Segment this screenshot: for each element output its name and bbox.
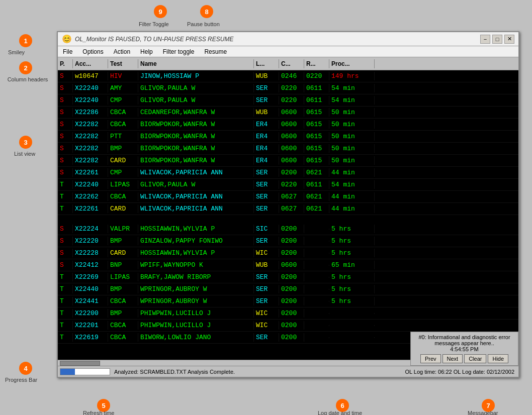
col-header-acc: Acc...	[73, 59, 108, 68]
table-row[interactable]: TX22269LIPASBRAFY,JAWOW RIBORPSER02005 h…	[58, 271, 518, 283]
annotation-label-4: Progress Bar	[5, 377, 37, 383]
table-row[interactable]: TX22200BMPPHIWPWIN,LUCILLO JWIC0200	[58, 307, 518, 320]
table-row[interactable]: SX22282CBCABIORWPOKOR,WANFRA WER40600061…	[58, 119, 518, 131]
clear-button[interactable]: Clear	[464, 354, 486, 363]
table-row[interactable]: SX22261CMPWLIVACOK,PAPRICIA ANNSER020006…	[58, 167, 518, 179]
table-row[interactable]: SX22282CARDBIORWPOKOR,WANFRA WER40600061…	[58, 155, 518, 167]
menubar: File Options Action Help Filter toggle R…	[58, 46, 518, 57]
message-text: #0: Informational and diagnostic error m…	[413, 334, 516, 352]
scroll-thumb[interactable]	[60, 361, 100, 366]
annotation-label-5: Refresh time	[83, 410, 114, 415]
col-header-proc: Proc...	[329, 59, 375, 68]
table-row[interactable]: TX22262CBCAWLIVACOK,PAPRICIA ANNSER06270…	[58, 191, 518, 203]
annotation-8: 8	[200, 5, 213, 18]
table-row[interactable]: SX22224VALPRHOSSIAWWIN,WYLVIA PSIC02005 …	[58, 223, 518, 235]
status-text: Analyzed: SCRAMBLED.TXT Analysis Complet…	[112, 369, 405, 375]
message-buttons: Prev Next Clear Hide	[413, 354, 516, 363]
menu-resume[interactable]: Resume	[202, 47, 229, 56]
annotation-9: 9	[154, 5, 167, 18]
smiley-icon: 😊	[62, 34, 72, 44]
next-button[interactable]: Next	[442, 354, 463, 363]
menu-file[interactable]: File	[61, 47, 74, 56]
annotation-label-7: Messagebar	[468, 410, 498, 415]
table-row[interactable]: SX22220BMPGINZALOW,PAPPY FONIWOSER02005 …	[58, 235, 518, 247]
table-row[interactable]: SX22228CARDHOSSIAWWIN,WYLVIA PWIC02005 h…	[58, 247, 518, 259]
table-row[interactable]: SX22282BMPBIORWPOKOR,WANFRA WER406000615…	[58, 143, 518, 155]
annotation-2: 2	[19, 61, 32, 74]
col-header-test: Test	[108, 59, 138, 68]
table-row[interactable]: Sw10647HIVJINOW,HOSSIAW PWUB02460220149 …	[58, 70, 518, 82]
titlebar-text: OL_Monitor IS PAUSED, TO UN-PAUSE PRESS …	[75, 36, 480, 43]
table-row[interactable]: SX22282PTTBIORWPOKOR,WANFRA WER406000615…	[58, 131, 518, 143]
annotation-label-8: Pause button	[187, 21, 220, 27]
prev-button[interactable]: Prev	[420, 354, 441, 363]
col-header-name: Name	[138, 59, 254, 68]
empty-row	[58, 215, 518, 223]
minimize-button[interactable]: −	[480, 35, 490, 44]
table-row[interactable]: SX22412BNPWPIFF,WAYNOPPO KWUB060065 min	[58, 259, 518, 271]
table-row[interactable]: TX22440BMPWPRINGOR,AUBROY WSER02005 hrs	[58, 283, 518, 295]
col-header-c: C...	[279, 59, 304, 68]
rows-container: Sw10647HIVJINOW,HOSSIAW PWUB02460220149 …	[58, 70, 518, 344]
table-row[interactable]: TX22441CBCAWPRINGOR,AUBROY WSER02005 hrs	[58, 295, 518, 307]
annotation-label-3: List view	[14, 151, 35, 157]
annotation-label-6: Log date and time	[318, 410, 362, 415]
menu-help[interactable]: Help	[138, 47, 155, 56]
table-row[interactable]: SX22240AMYGLIVOR,PAULA WSER0220061154 mi…	[58, 82, 518, 94]
annotation-4: 4	[19, 362, 32, 375]
titlebar: 😊 OL_Monitor IS PAUSED, TO UN-PAUSE PRES…	[58, 32, 518, 46]
column-headers: P. Acc... Test Name L... C... R... Proc.…	[58, 57, 518, 70]
table-row[interactable]: TX22240LIPASGLIVOR,PAULA WSER0220061154 …	[58, 179, 518, 191]
annotation-label-9: Filter Toggle	[139, 21, 169, 27]
table-row[interactable]: SX22286CBCACEDANREFOR,WANFRA WWUB0600061…	[58, 107, 518, 119]
menu-options[interactable]: Options	[80, 47, 105, 56]
table-row[interactable]: TX22201CBCAPHIWPWIN,LUCILLO JWIC0200	[58, 320, 518, 332]
maximize-button[interactable]: □	[492, 35, 502, 44]
close-button[interactable]: ✕	[504, 35, 514, 44]
menu-filter-toggle[interactable]: Filter toggle	[161, 47, 197, 56]
table-area: P. Acc... Test Name L... C... R... Proc.…	[58, 57, 518, 363]
col-header-p: P.	[58, 59, 73, 68]
col-header-r: R...	[304, 59, 329, 68]
col-header-loc: L...	[254, 59, 279, 68]
table-row[interactable]: SX22240CMPGLIVOR,PAULA WSER0220061154 mi…	[58, 94, 518, 107]
annotation-1: 1	[19, 34, 32, 47]
scroll-track[interactable]	[58, 360, 410, 366]
table-row[interactable]: TX22261CARDWLIVACOK,PAPRICIA ANNSER06270…	[58, 203, 518, 215]
progress-bar	[60, 368, 110, 375]
log-time: OL Log time: 06:22 OL Log date: 02/12/20…	[405, 369, 518, 375]
statusbar: Analyzed: SCRAMBLED.TXT Analysis Complet…	[58, 366, 518, 377]
annotation-label-1: Smiley	[8, 49, 25, 55]
hide-button[interactable]: Hide	[488, 354, 508, 363]
message-panel: #0: Informational and diagnostic error m…	[410, 332, 518, 366]
progress-bar-fill	[60, 369, 75, 375]
menu-action[interactable]: Action	[112, 47, 132, 56]
annotation-label-2: Column headers	[0, 76, 55, 82]
main-window: 😊 OL_Monitor IS PAUSED, TO UN-PAUSE PRES…	[57, 31, 519, 378]
annotation-3: 3	[19, 136, 32, 149]
